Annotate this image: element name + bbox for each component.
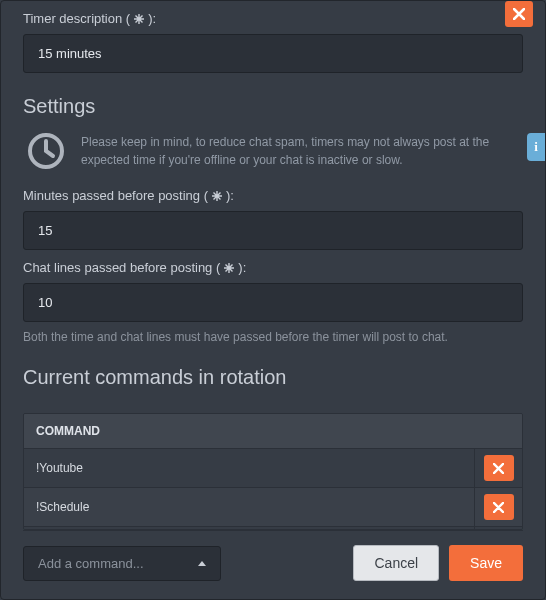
- commands-table: COMMAND !Youtube !Schedule !Social: [23, 413, 523, 530]
- cancel-button[interactable]: Cancel: [353, 545, 439, 581]
- save-button[interactable]: Save: [449, 545, 523, 581]
- settings-heading: Settings: [23, 95, 523, 118]
- settings-helper-text: Both the time and chat lines must have p…: [23, 330, 523, 344]
- required-icon: [222, 261, 236, 275]
- rotation-heading: Current commands in rotation: [23, 366, 523, 389]
- command-cell: !Schedule: [24, 489, 474, 525]
- close-button[interactable]: [505, 1, 533, 27]
- timer-description-label: Timer description ( ):: [23, 11, 523, 26]
- chatlines-input[interactable]: [23, 283, 523, 322]
- clock-icon: [27, 132, 65, 170]
- timer-edit-modal: Timer description ( ): Settings Please k…: [1, 1, 545, 599]
- command-cell: !Youtube: [24, 450, 474, 486]
- chatlines-label: Chat lines passed before posting ( ):: [23, 260, 523, 275]
- commands-table-head: COMMAND: [24, 414, 522, 448]
- table-row: !Youtube: [24, 448, 522, 487]
- close-icon: [513, 8, 525, 20]
- table-row: !Schedule: [24, 487, 522, 526]
- delete-command-button[interactable]: [484, 455, 514, 481]
- timer-description-input[interactable]: [23, 34, 523, 73]
- info-tab[interactable]: i: [527, 133, 545, 161]
- minutes-input[interactable]: [23, 211, 523, 250]
- modal-footer: Add a command... Cancel Save: [23, 530, 523, 581]
- settings-note-text: Please keep in mind, to reduce chat spam…: [81, 133, 523, 169]
- add-command-select[interactable]: Add a command...: [23, 546, 221, 581]
- chevron-up-icon: [198, 561, 206, 566]
- column-header-command: COMMAND: [36, 424, 462, 438]
- required-icon: [132, 12, 146, 26]
- minutes-label: Minutes passed before posting ( ):: [23, 188, 523, 203]
- delete-icon: [493, 502, 504, 513]
- add-command-placeholder: Add a command...: [38, 556, 144, 571]
- settings-note: Please keep in mind, to reduce chat spam…: [23, 128, 523, 178]
- delete-command-button[interactable]: [484, 494, 514, 520]
- delete-icon: [493, 463, 504, 474]
- column-header-action: [462, 424, 510, 438]
- required-icon: [210, 189, 224, 203]
